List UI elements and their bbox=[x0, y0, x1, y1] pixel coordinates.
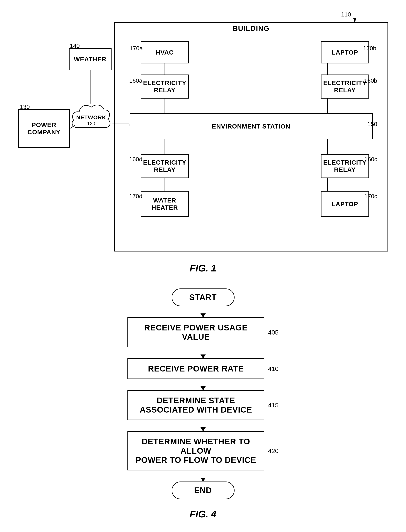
ref-170c: 170c bbox=[364, 193, 377, 200]
ref-160d: 160d bbox=[129, 156, 142, 163]
step1-label: RECEIVE POWER USAGE VALUE bbox=[144, 323, 247, 341]
relay-160b-box: ELECTRICITYRELAY bbox=[321, 74, 369, 99]
power-company-box: POWERCOMPANY bbox=[18, 109, 70, 148]
power-company-label: POWERCOMPANY bbox=[27, 121, 60, 136]
step3-row: DETERMINE STATEASSOCIATED WITH DEVICE 41… bbox=[127, 390, 279, 420]
svg-line-12 bbox=[70, 125, 75, 129]
laptop-top-label: LAPTOP bbox=[332, 49, 358, 56]
ref-160b: 160b bbox=[364, 77, 377, 84]
arrow-1 bbox=[203, 306, 203, 317]
arrow-3 bbox=[203, 379, 203, 390]
env-station-label: ENVIRONMENT STATION bbox=[212, 123, 290, 130]
water-heater-label: WATERHEATER bbox=[152, 197, 178, 211]
arrow-5 bbox=[203, 470, 203, 482]
fig1-caption: FIG. 1 bbox=[15, 263, 391, 274]
laptop-top-box: LAPTOP bbox=[321, 41, 369, 64]
step4-box: DETERMINE WHETHER TO ALLOWPOWER TO FLOW … bbox=[127, 431, 264, 470]
building-box: BUILDING HVAC 170a LAPTOP 170b ELECTRICI… bbox=[114, 22, 388, 252]
ref-415: 415 bbox=[268, 402, 279, 409]
ref-160c: 160c bbox=[364, 156, 377, 163]
hvac-label: HVAC bbox=[156, 49, 174, 56]
ref-110: 110 bbox=[341, 11, 351, 18]
start-label: START bbox=[189, 293, 217, 302]
water-heater-box: WATERHEATER bbox=[141, 191, 189, 217]
arrow-2 bbox=[203, 347, 203, 358]
step3-box: DETERMINE STATEASSOCIATED WITH DEVICE bbox=[127, 390, 264, 420]
relay-160c-box: ELECTRICITYRELAY bbox=[321, 154, 369, 178]
step3-label: DETERMINE STATEASSOCIATED WITH DEVICE bbox=[140, 396, 252, 414]
step4-row: DETERMINE WHETHER TO ALLOWPOWER TO FLOW … bbox=[127, 431, 279, 470]
relay-160a-label: ELECTRICITYRELAY bbox=[143, 79, 186, 94]
step4-label: DETERMINE WHETHER TO ALLOWPOWER TO FLOW … bbox=[136, 437, 256, 465]
step1-row: RECEIVE POWER USAGE VALUE 405 bbox=[127, 317, 279, 347]
svg-text:NETWORK: NETWORK bbox=[76, 114, 106, 120]
fig4-caption: FIG. 4 bbox=[74, 509, 333, 520]
svg-text:120: 120 bbox=[87, 121, 95, 126]
relay-160c-label: ELECTRICITYRELAY bbox=[323, 159, 367, 173]
ref-160a: 160a bbox=[129, 77, 142, 84]
ref-170d: 170d bbox=[129, 193, 142, 200]
weather-label: WEATHER bbox=[74, 56, 106, 63]
step2-label: RECEIVE POWER RATE bbox=[148, 364, 244, 373]
relay-160a-box: ELECTRICITYRELAY bbox=[141, 74, 189, 99]
step2-box: RECEIVE POWER RATE bbox=[127, 358, 264, 379]
relay-160d-label: ELECTRICITYRELAY bbox=[143, 159, 186, 173]
env-station-box: ENVIRONMENT STATION bbox=[130, 113, 373, 139]
ref-405: 405 bbox=[268, 329, 279, 336]
laptop-bottom-label: LAPTOP bbox=[332, 201, 358, 208]
end-capsule: END bbox=[172, 482, 234, 499]
ref-410: 410 bbox=[268, 365, 279, 372]
arrow-4 bbox=[203, 420, 203, 431]
flowchart: START RECEIVE POWER USAGE VALUE 405 RECE… bbox=[74, 288, 333, 499]
ref-130: 130 bbox=[20, 104, 30, 110]
ref-170a: 170a bbox=[130, 45, 143, 52]
step1-box: RECEIVE POWER USAGE VALUE bbox=[127, 317, 264, 347]
ref-420: 420 bbox=[268, 447, 279, 454]
ref-150: 150 bbox=[367, 121, 377, 128]
end-label: END bbox=[194, 486, 212, 495]
ref-140: 140 bbox=[70, 43, 80, 49]
ref-170b: 170b bbox=[363, 45, 376, 52]
relay-160b-label: ELECTRICITYRELAY bbox=[323, 79, 367, 94]
hvac-box: HVAC bbox=[141, 41, 189, 64]
step2-row: RECEIVE POWER RATE 410 bbox=[127, 358, 279, 379]
weather-box: WEATHER bbox=[69, 48, 112, 70]
network-cloud: NETWORK 120 bbox=[70, 102, 112, 144]
start-capsule: START bbox=[172, 288, 234, 306]
relay-160d-box: ELECTRICITYRELAY bbox=[141, 154, 189, 178]
laptop-bottom-box: LAPTOP bbox=[321, 191, 369, 217]
fig1-diagram: 110 BUILDING HVAC 170a LAPTOP 170b ELECT… bbox=[18, 11, 388, 252]
building-label: BUILDING bbox=[233, 25, 270, 33]
fig4-diagram: START RECEIVE POWER USAGE VALUE 405 RECE… bbox=[74, 288, 333, 520]
